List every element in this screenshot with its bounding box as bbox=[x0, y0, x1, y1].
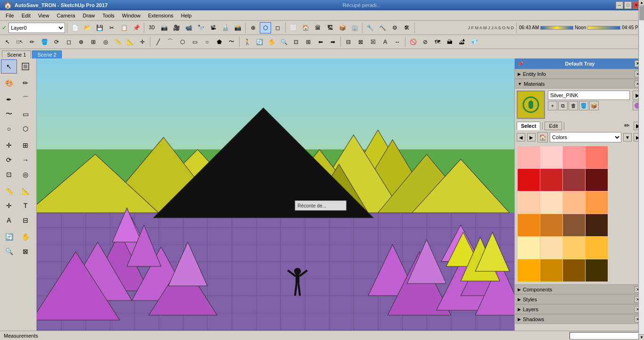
tb-cam6[interactable]: 🔬 bbox=[220, 22, 231, 33]
tb2-next[interactable]: ➡ bbox=[327, 36, 339, 48]
tray-pin-icon[interactable]: 📌 bbox=[518, 61, 523, 66]
tool-section[interactable]: ⊟ bbox=[17, 213, 33, 227]
tb-iso6[interactable]: 🏢 bbox=[349, 22, 360, 33]
layer-dropdown[interactable]: Layer0 bbox=[8, 23, 65, 33]
tb2-rect[interactable]: ▭ bbox=[189, 36, 200, 48]
tb2-walkthrough[interactable]: 🚶 bbox=[241, 36, 253, 48]
tool-scale[interactable]: ⊡ bbox=[1, 167, 17, 182]
tb-cam2[interactable]: 🎥 bbox=[171, 22, 182, 33]
tool-arc[interactable]: ⌒ bbox=[17, 92, 33, 107]
swatch-8[interactable] bbox=[518, 191, 540, 214]
tb-view1[interactable]: ⊕ bbox=[248, 22, 259, 33]
tb-cam3[interactable]: 📹 bbox=[183, 22, 194, 33]
tool-offset[interactable]: ◎ bbox=[17, 167, 33, 182]
tb2-move[interactable]: ⊕ bbox=[75, 36, 87, 48]
menu-help[interactable]: Help bbox=[177, 12, 196, 19]
tb2-zoom[interactable]: 🔍 bbox=[278, 36, 289, 48]
tb-cam1[interactable]: 📷 bbox=[158, 22, 170, 33]
tb-paste[interactable]: 📌 bbox=[131, 22, 142, 33]
nav-fwd-btn[interactable]: ▶ bbox=[527, 133, 536, 141]
tb-tool1[interactable]: 🔧 bbox=[364, 22, 376, 33]
tb-iso3[interactable]: 🏛 bbox=[312, 22, 323, 33]
tool-select-component[interactable] bbox=[17, 59, 33, 74]
tb2-paint[interactable]: 🪣 bbox=[39, 36, 50, 48]
tb2-section[interactable]: ⊟ bbox=[343, 36, 354, 48]
swatch-7[interactable] bbox=[586, 169, 608, 191]
tool-pencil[interactable]: ✒ bbox=[1, 92, 17, 107]
swatch-20[interactable] bbox=[518, 259, 540, 282]
titlebar-controls[interactable]: ─ □ ✕ bbox=[616, 1, 640, 9]
swatch-5[interactable] bbox=[540, 169, 562, 191]
tool-pan[interactable]: ✋ bbox=[17, 230, 33, 244]
tb2-tape[interactable]: 📏 bbox=[112, 36, 124, 48]
tb-new[interactable]: 📄 bbox=[69, 22, 81, 33]
menu-extensions[interactable]: Extensions bbox=[144, 12, 177, 19]
tb2-smooth[interactable]: ⊘ bbox=[420, 36, 431, 48]
tb2-select[interactable]: ↖ bbox=[2, 36, 13, 48]
tb2-line[interactable]: ╱ bbox=[152, 36, 164, 48]
swatch-12[interactable] bbox=[518, 214, 540, 236]
nav-dropdown-arrow[interactable]: ▼ bbox=[623, 133, 632, 141]
tool-followme[interactable]: → bbox=[17, 153, 33, 167]
menu-tools[interactable]: Tools bbox=[99, 12, 118, 19]
tb2-eraser[interactable]: ✏ bbox=[26, 36, 38, 48]
tool-move[interactable]: ✛ bbox=[1, 138, 17, 152]
tool-tape[interactable]: 📏 bbox=[1, 184, 17, 198]
swatch-0[interactable] bbox=[518, 146, 540, 168]
tool-rect[interactable]: ▭ bbox=[17, 107, 33, 121]
mat-btn-2[interactable]: ⧉ bbox=[558, 101, 568, 110]
tb-tool2[interactable]: 🔨 bbox=[377, 22, 388, 33]
swatch-1[interactable] bbox=[540, 146, 562, 168]
tb-tool4[interactable]: 🛠 bbox=[401, 22, 413, 33]
maximize-button[interactable]: □ bbox=[624, 1, 632, 9]
tb2-arc[interactable]: ⌒ bbox=[165, 36, 176, 48]
swatch-14[interactable] bbox=[563, 214, 585, 236]
tool-polygon[interactable]: ⬡ bbox=[17, 122, 33, 136]
menu-draw[interactable]: Draw bbox=[79, 12, 99, 19]
tool-freehand[interactable]: 〜 bbox=[1, 107, 17, 121]
tb-view2[interactable]: ⬡ bbox=[260, 22, 271, 33]
mat-select-tab[interactable]: Select bbox=[517, 122, 540, 130]
swatch-16[interactable] bbox=[518, 237, 540, 259]
layers-header[interactable]: ▶ Layers ✕ bbox=[515, 305, 644, 314]
swatch-13[interactable] bbox=[540, 214, 562, 236]
tool-text[interactable]: T bbox=[17, 199, 33, 213]
tb2-ruby[interactable]: 💎 bbox=[469, 36, 480, 48]
tool-rotate[interactable]: ⟳ bbox=[1, 153, 17, 167]
tool-protractor[interactable]: 📐 bbox=[17, 184, 33, 198]
swatch-22[interactable] bbox=[563, 259, 585, 282]
mat-btn-3[interactable]: 🗑 bbox=[569, 101, 578, 110]
tool-zoomextents[interactable]: ⊠ bbox=[17, 244, 33, 258]
tb-iso5[interactable]: 📦 bbox=[337, 22, 348, 33]
viewport[interactable]: Réconte de... bbox=[37, 58, 514, 331]
mat-btn-4[interactable]: 🪣 bbox=[579, 101, 588, 110]
swatch-2[interactable] bbox=[563, 146, 585, 168]
menu-camera[interactable]: Camera bbox=[53, 12, 79, 19]
minimize-button[interactable]: ─ bbox=[616, 1, 623, 9]
swatch-4[interactable] bbox=[518, 169, 540, 191]
tb-view3[interactable]: ◻ bbox=[272, 22, 283, 33]
swatch-11[interactable] bbox=[586, 191, 608, 214]
tb2-pan[interactable]: ✋ bbox=[266, 36, 277, 48]
swatch-10[interactable] bbox=[563, 191, 585, 214]
scene-tab-2[interactable]: Scene 2 bbox=[32, 50, 61, 58]
tb2-rotate[interactable]: ⟳ bbox=[51, 36, 62, 48]
tb2-circle[interactable]: ○ bbox=[201, 36, 213, 48]
tb2-select2[interactable]: □↖ bbox=[14, 36, 25, 48]
tb-iso4[interactable]: 🏗 bbox=[324, 22, 336, 33]
swatch-6[interactable] bbox=[563, 169, 585, 191]
swatch-19[interactable] bbox=[586, 237, 608, 259]
swatch-17[interactable] bbox=[540, 237, 562, 259]
tb2-section3[interactable]: ☒ bbox=[367, 36, 379, 48]
menu-window[interactable]: Window bbox=[118, 12, 144, 19]
tb2-section2[interactable]: ⊠ bbox=[355, 36, 366, 48]
measurements-input[interactable] bbox=[570, 332, 640, 340]
tb2-push[interactable]: ◻ bbox=[63, 36, 74, 48]
swatch-3[interactable] bbox=[586, 146, 608, 168]
tb-save[interactable]: 💾 bbox=[94, 22, 105, 33]
tool-select[interactable]: ↖ bbox=[1, 59, 17, 74]
tool-paint[interactable]: 🎨 bbox=[1, 76, 17, 90]
nav-home-btn[interactable]: 🏠 bbox=[537, 132, 548, 142]
tb-cam5[interactable]: 📽 bbox=[207, 22, 219, 33]
tool-axes[interactable]: ✛ bbox=[1, 199, 17, 213]
